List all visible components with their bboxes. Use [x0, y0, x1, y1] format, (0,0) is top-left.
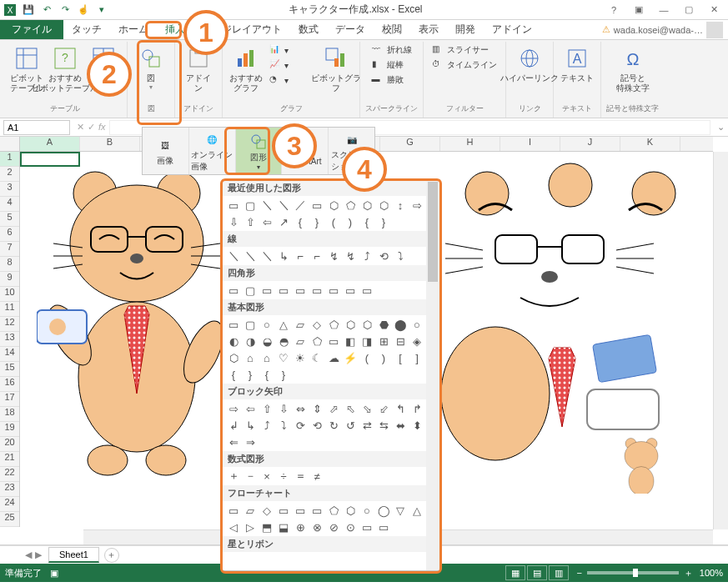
shape-item[interactable]: ◇ [309, 317, 324, 332]
shape-item[interactable]: ◒ [259, 334, 274, 349]
shape-item[interactable]: ▭ [226, 503, 241, 518]
shape-item[interactable]: ▭ [293, 283, 308, 298]
shape-item[interactable]: { [359, 214, 374, 229]
tab-addins[interactable]: アドイン [484, 20, 540, 39]
row-header-4[interactable]: 4 [0, 197, 19, 212]
shape-item[interactable]: ▭ [276, 283, 291, 298]
shape-item[interactable]: ⬀ [326, 401, 341, 416]
col-header-B[interactable]: B [80, 137, 140, 151]
shape-item[interactable]: ⟲ [309, 418, 324, 433]
macro-record-icon[interactable]: ▣ [50, 568, 58, 579]
shape-item[interactable]: ⇨ [226, 401, 241, 416]
row-header-11[interactable]: 11 [0, 302, 19, 317]
shape-item[interactable]: ⤵ [393, 248, 408, 263]
zoom-level[interactable]: 100% [700, 568, 723, 578]
shape-item[interactable]: ⬠ [343, 198, 358, 213]
user-area[interactable]: ⚠ wada.kosei@wada-… [602, 20, 728, 39]
shape-item[interactable]: ◈ [409, 334, 424, 349]
shape-item[interactable]: ⬠ [326, 317, 341, 332]
view-normal-icon[interactable]: ▦ [505, 565, 525, 580]
row-header-24[interactable]: 24 [0, 497, 19, 512]
shape-item[interactable]: ♡ [276, 350, 291, 365]
shape-item[interactable]: { [259, 367, 274, 382]
formula-expand-icon[interactable]: ⌄ [714, 122, 728, 133]
sheet-next-icon[interactable]: ▶ [35, 549, 42, 560]
sparkline-winloss[interactable]: ▬勝敗 [369, 73, 415, 87]
shape-item[interactable]: △ [276, 317, 291, 332]
shape-item[interactable]: ＼ [276, 198, 291, 213]
shape-item[interactable]: ↯ [326, 248, 341, 263]
redo-icon[interactable]: ↷ [58, 3, 72, 17]
row-header-18[interactable]: 18 [0, 407, 19, 422]
shape-item[interactable]: ⤴ [259, 418, 274, 433]
shape-item[interactable]: ⊟ [393, 334, 408, 349]
shape-item[interactable]: ) [376, 350, 391, 365]
shape-item[interactable]: ÷ [276, 469, 291, 484]
col-header-J[interactable]: J [560, 137, 620, 151]
tab-home[interactable]: ホーム [110, 20, 157, 39]
shape-item[interactable]: ⇄ [359, 418, 374, 433]
tab-formulas[interactable]: 数式 [290, 20, 327, 39]
name-box[interactable]: A1 [3, 120, 70, 135]
shape-item[interactable]: ☁ [326, 350, 341, 365]
shape-item[interactable]: { [226, 367, 241, 382]
shape-item[interactable]: ( [359, 350, 374, 365]
chart-type-bar[interactable]: 📊▾ [266, 43, 316, 57]
shape-item[interactable]: ⊞ [376, 334, 391, 349]
zoom-out-icon[interactable]: − [576, 568, 581, 578]
shape-item[interactable]: ↳ [276, 248, 291, 263]
slicer-button[interactable]: ▥スライサー [429, 43, 500, 57]
shape-item[interactable]: ☀ [293, 350, 308, 365]
shape-item[interactable]: ⇐ [226, 434, 241, 449]
shape-item[interactable]: ⬂ [359, 401, 374, 416]
shape-item[interactable]: ↺ [343, 418, 358, 433]
shape-item[interactable]: ◨ [359, 334, 374, 349]
save-icon[interactable]: 💾 [22, 3, 35, 17]
shape-item[interactable]: ⚡ [343, 350, 358, 365]
shape-item[interactable]: } [276, 367, 291, 382]
shape-item[interactable]: ⇩ [276, 401, 291, 416]
shape-item[interactable]: ◓ [276, 334, 291, 349]
pivot-chart-button[interactable]: ピボットグラ フ [318, 43, 354, 95]
shape-item[interactable]: ▭ [326, 334, 341, 349]
zoom-in-icon[interactable]: ＋ [684, 567, 693, 579]
tab-developer[interactable]: 開発 [447, 20, 484, 39]
shape-item[interactable]: ＝ [293, 469, 308, 484]
shape-item[interactable]: ↻ [326, 418, 341, 433]
shape-item[interactable]: ⊕ [293, 519, 308, 534]
shape-item[interactable]: ⊗ [309, 519, 324, 534]
shape-item[interactable]: ⇔ [293, 401, 308, 416]
select-all-corner[interactable] [0, 137, 20, 152]
shape-item[interactable]: ⌂ [259, 350, 274, 365]
sparkline-line[interactable]: 〰折れ線 [369, 43, 415, 57]
hyperlink-button[interactable]: ハイパーリンク [511, 43, 548, 85]
tab-touch[interactable]: タッチ [63, 20, 110, 39]
shape-item[interactable]: ▭ [343, 283, 358, 298]
row-header-1[interactable]: 1 [0, 152, 19, 167]
shape-item[interactable]: ⬠ [309, 334, 324, 349]
shapes-scrollbar[interactable] [426, 180, 439, 570]
shape-item[interactable]: ▭ [226, 283, 241, 298]
shape-item[interactable]: ⬣ [376, 317, 391, 332]
shape-item[interactable]: } [243, 367, 258, 382]
shape-item[interactable]: } [376, 214, 391, 229]
row-header-22[interactable]: 22 [0, 467, 19, 482]
row-header-20[interactable]: 20 [0, 437, 19, 452]
shape-item[interactable]: ↱ [409, 401, 424, 416]
shape-item[interactable]: ⌂ [243, 350, 258, 365]
shape-item[interactable]: ⬡ [359, 198, 374, 213]
col-header-G[interactable]: G [380, 137, 440, 151]
shape-item[interactable]: ⇒ [243, 434, 258, 449]
row-header-5[interactable]: 5 [0, 212, 19, 227]
shape-item[interactable]: ⬡ [226, 350, 241, 365]
shape-item[interactable]: ▭ [309, 198, 324, 213]
shape-item[interactable]: ▭ [259, 283, 274, 298]
shape-item[interactable]: ＼ [259, 248, 274, 263]
shape-item[interactable]: ⟲ [376, 248, 391, 263]
shape-item[interactable]: ⊙ [343, 519, 358, 534]
recommend-charts-button[interactable]: おすすめ グラフ [228, 43, 264, 95]
shape-item[interactable]: ▭ [326, 283, 341, 298]
shape-item[interactable]: ⟳ [293, 418, 308, 433]
tab-file[interactable]: ファイル [0, 20, 63, 39]
shape-item[interactable]: ▭ [359, 519, 374, 534]
